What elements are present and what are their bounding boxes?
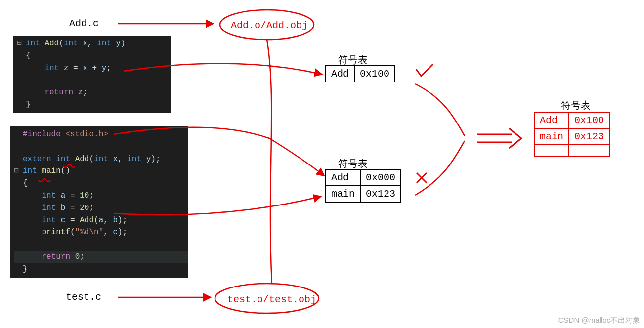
- sym-title-test: 符号表: [338, 157, 368, 170]
- merge-curve-bottom: [415, 141, 465, 195]
- sym-table-merged: Add0x100 main0x123: [534, 112, 610, 157]
- code-editor-test: #include <stdio.h> extern int Add(int x,…: [10, 126, 188, 278]
- label-test-c: test.c: [66, 291, 101, 303]
- checkmark-icon: [416, 64, 433, 76]
- label-add-obj: Add.o/Add.obj: [231, 20, 308, 31]
- sym-table-add: Add0x100: [325, 65, 395, 82]
- label-add-c: Add.c: [69, 18, 99, 29]
- x-mark-icon: [417, 173, 427, 183]
- table-row: Add0x100: [534, 112, 609, 128]
- watermark: CSDN @malloc不出对象: [558, 316, 640, 325]
- label-test-obj: test.o/test.obj: [227, 294, 316, 305]
- merge-curve-top: [415, 84, 465, 136]
- table-row: Add0x000: [326, 169, 401, 186]
- code-editor-add: ⊟int Add(int x, int y) { int z = x + y; …: [13, 36, 171, 113]
- sym-table-test: Add0x000 main0x123: [325, 169, 401, 203]
- table-row: main0x123: [326, 186, 401, 202]
- double-arrow-icon: [477, 128, 521, 148]
- sym-title-merged: 符号表: [561, 99, 591, 112]
- table-row: Add0x100: [326, 66, 395, 82]
- sym-title-add: 符号表: [338, 53, 368, 67]
- table-row: [534, 145, 609, 157]
- table-row: main0x123: [534, 128, 609, 145]
- connector-vertical: [267, 40, 272, 284]
